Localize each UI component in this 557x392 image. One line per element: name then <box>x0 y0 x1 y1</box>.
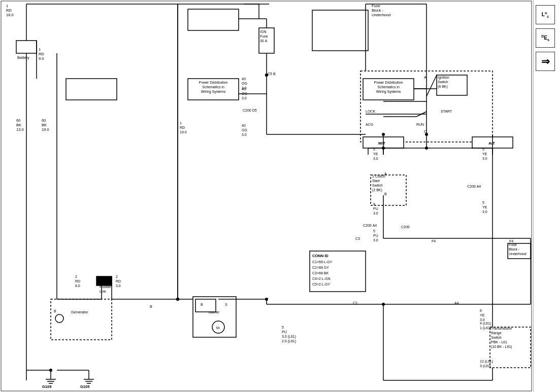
diagram-canvas <box>0 0 533 392</box>
es-g-button[interactable]: DEs <box>536 28 555 48</box>
arrow-button[interactable]: ⇒ <box>536 52 555 71</box>
sidebar-panel: Loc DEs ⇒ <box>533 0 557 392</box>
lo-c-label: Loc <box>542 11 549 18</box>
wiring-diagram <box>0 0 533 392</box>
lo-c-button[interactable]: Loc <box>536 5 555 24</box>
es-g-label: DEs <box>541 34 549 42</box>
arrow-label: ⇒ <box>541 55 550 67</box>
